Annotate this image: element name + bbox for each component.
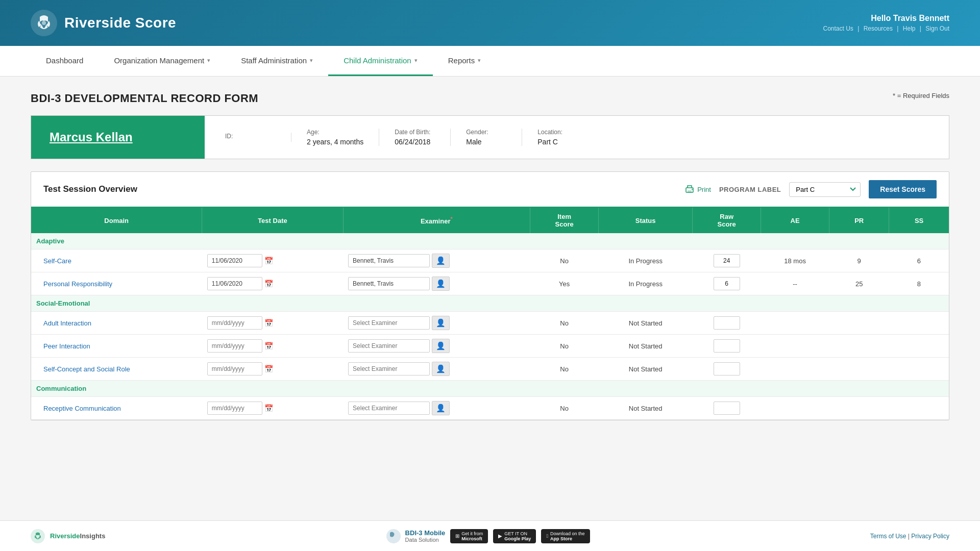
calendar-receptive-icon[interactable]: 📅 [264, 404, 273, 412]
th-rawscore: RawScore [693, 208, 761, 233]
pr-selfconcept [829, 358, 889, 381]
calendar-peer-icon[interactable]: 📅 [264, 342, 273, 350]
testdate-peer-cell: 📅 [202, 335, 343, 358]
pr-receptive [829, 397, 889, 420]
scores-table: Domain Test Date Examiner* ItemScore Sta… [31, 208, 949, 420]
raw-score-receptive[interactable] [714, 402, 740, 415]
person-selfconcept-icon[interactable]: 👤 [432, 362, 450, 376]
person-peer-icon[interactable]: 👤 [432, 339, 450, 353]
nav-child[interactable]: Child Administration ▾ [328, 46, 433, 76]
reset-scores-button[interactable]: Reset Scores [869, 180, 937, 198]
microsoft-badge[interactable]: ⊞ Get it fromMicrosoft [450, 529, 488, 543]
session-title: Test Session Overview [43, 184, 137, 194]
th-ss: SS [889, 208, 949, 233]
raw-score-peer[interactable] [714, 339, 740, 353]
domain-receptive: Receptive Communication [31, 397, 202, 420]
app-title: Riverside Score [64, 15, 176, 31]
nav-organization[interactable]: Organization Management ▾ [99, 46, 226, 76]
calendar-selfconcept-icon[interactable]: 📅 [264, 365, 273, 373]
raw-score-selfconcept[interactable] [714, 362, 740, 375]
nav-dashboard[interactable]: Dashboard [31, 46, 99, 76]
status-adult: Not Started [599, 312, 693, 335]
section-adaptive-label: Adaptive [31, 233, 949, 249]
page-title: BDI-3 DEVELOPMENTAL RECORD FORM [31, 92, 258, 105]
calendar-adult-icon[interactable]: 📅 [264, 319, 273, 327]
pr-self-care: 9 [829, 249, 889, 272]
section-communication: Communication [31, 381, 949, 397]
status-peer: Not Started [599, 335, 693, 358]
windows-icon: ⊞ [455, 533, 459, 539]
testdate-self-care[interactable] [207, 254, 262, 267]
privacy-policy-link[interactable]: Privacy Policy [911, 533, 949, 540]
item-score-personal: Yes [530, 272, 599, 295]
examiner-personal[interactable] [348, 277, 430, 290]
raw-score-personal[interactable] [714, 277, 740, 290]
examiner-adult[interactable] [348, 316, 430, 330]
sign-out-link[interactable]: Sign Out [925, 25, 949, 32]
testdate-personal[interactable] [207, 277, 262, 290]
person-receptive-icon[interactable]: 👤 [432, 401, 450, 415]
calendar-self-care-icon[interactable]: 📅 [264, 257, 273, 265]
testdate-selfconcept[interactable] [207, 362, 262, 375]
id-label: ID: [225, 133, 276, 140]
examiner-receptive-cell: 👤 [343, 397, 530, 420]
terms-of-use-link[interactable]: Terms of Use [870, 533, 906, 540]
examiner-personal-cell: 👤 [343, 272, 530, 295]
nav-reports[interactable]: Reports ▾ [433, 46, 497, 76]
reports-chevron-icon: ▾ [478, 57, 481, 64]
org-chevron-icon: ▾ [207, 57, 210, 64]
print-button[interactable]: Print [685, 185, 711, 193]
contact-us-link[interactable]: Contact Us [823, 25, 853, 32]
person-self-care-icon[interactable]: 👤 [432, 254, 450, 268]
pr-adult [829, 312, 889, 335]
dob-value: 06/24/2018 [395, 138, 435, 146]
section-adaptive: Adaptive [31, 233, 949, 249]
svg-rect-3 [688, 190, 692, 193]
raw-score-receptive-cell [693, 397, 761, 420]
calendar-personal-icon[interactable]: 📅 [264, 280, 273, 288]
help-link[interactable]: Help [903, 25, 916, 32]
examiner-self-care[interactable] [348, 254, 430, 267]
raw-score-self-care-cell [693, 249, 761, 272]
app-store-badge[interactable]:  Download on theApp Store [541, 529, 590, 543]
examiner-peer[interactable] [348, 339, 430, 353]
raw-score-adult[interactable] [714, 316, 740, 330]
raw-score-self-care[interactable] [714, 254, 740, 267]
user-greeting: Hello Travis Bennett [823, 14, 950, 23]
resources-link[interactable]: Resources [864, 25, 893, 32]
svg-point-4 [692, 189, 693, 190]
apple-icon:  [546, 533, 548, 539]
th-testdate: Test Date [202, 208, 343, 233]
google-play-badge[interactable]: ▶ GET IT ONGoogle Play [493, 529, 536, 543]
table-row: Self-Concept and Social Role 📅 👤 N [31, 358, 949, 381]
patient-name-box: Marcus Kellan [31, 116, 205, 159]
status-receptive: Not Started [599, 397, 693, 420]
ae-receptive [761, 397, 829, 420]
raw-score-peer-cell [693, 335, 761, 358]
person-personal-icon[interactable]: 👤 [432, 277, 450, 291]
th-pr: PR [829, 208, 889, 233]
bdi-label: BDI-3 Mobile [405, 529, 446, 537]
testdate-adult[interactable] [207, 316, 262, 330]
testdate-receptive[interactable] [207, 402, 262, 415]
section-social-emotional: Social-Emotional [31, 295, 949, 312]
examiner-selfconcept-cell: 👤 [343, 358, 530, 381]
person-adult-icon[interactable]: 👤 [432, 316, 450, 330]
status-personal: In Progress [599, 272, 693, 295]
section-social-emotional-label: Social-Emotional [31, 295, 949, 312]
main-nav: Dashboard Organization Management ▾ Staf… [0, 46, 980, 77]
header: Riverside Score Hello Travis Bennett Con… [0, 0, 980, 46]
examiner-selfconcept[interactable] [348, 362, 430, 375]
table-row: Personal Responsibility 📅 👤 Yes [31, 272, 949, 295]
th-itemscore: ItemScore [530, 208, 599, 233]
page-header: BDI-3 DEVELOPMENTAL RECORD FORM * = Requ… [31, 92, 949, 105]
examiner-receptive[interactable] [348, 402, 430, 415]
riverside-insights-logo-icon [31, 529, 45, 543]
testdate-peer[interactable] [207, 339, 262, 353]
patient-name-link[interactable]: Marcus Kellan [50, 130, 133, 144]
ae-peer [761, 335, 829, 358]
svg-point-5 [31, 529, 45, 543]
nav-staff[interactable]: Staff Administration ▾ [226, 46, 328, 76]
ae-self-care: 18 mos [761, 249, 829, 272]
program-select[interactable]: Part C Part B Other [789, 182, 861, 197]
